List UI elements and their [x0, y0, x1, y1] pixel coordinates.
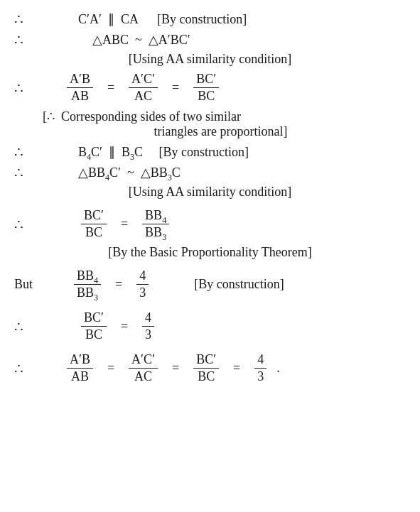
math-5: A′B AB = A′C′ AC = BC′ BC = 4 3 . — [64, 351, 280, 386]
eq-6: = — [107, 361, 114, 376]
eq-8: = — [233, 361, 240, 376]
eq-1: = — [107, 80, 114, 95]
final-row: ∴ A′B AB = A′C′ AC = BC′ BC = 4 3 . — [14, 351, 406, 386]
frac-ac-prime-num: A′C′ — [129, 72, 158, 88]
fraction-row-1: ∴ A′B AB = A′C′ AC = BC′ BC — [14, 70, 406, 105]
corresponding-sides-text: [∴ Corresponding sides of two similar — [43, 109, 241, 124]
frac-final-ab-den: AB — [68, 369, 92, 384]
aa-text-1: [Using AA similarity condition] — [129, 52, 292, 66]
frac-final-ab-num: A′B — [67, 352, 93, 369]
therefore-8: ∴ — [14, 360, 36, 377]
eq-7: = — [172, 361, 179, 376]
frac-ac-prime: A′C′ AC — [129, 72, 158, 104]
frac-4-3-b-num: 4 — [142, 310, 154, 327]
frac-bb4-den: BB3 — [142, 224, 169, 240]
therefore-4: ∴ — [14, 143, 36, 160]
by-construction-1: [By construction] — [194, 277, 284, 292]
therefore-3: ∴ — [14, 80, 36, 97]
eq-2: = — [172, 80, 179, 95]
frac-ab-prime-num: A′B — [67, 72, 93, 88]
frac-bc2-den: BC — [82, 224, 105, 240]
frac-bc2-num: BC′ — [81, 208, 107, 224]
frac-bc-prime: BC′ BC — [193, 72, 219, 104]
eq-5: = — [121, 319, 128, 334]
fraction-row-2: ∴ BC′ BC = BB4 BB3 — [14, 207, 406, 241]
frac-final-4-3-num: 4 — [254, 352, 266, 369]
frac-final-ac-den: AC — [131, 369, 155, 384]
aa-text-2: [Using AA similarity condition] — [129, 185, 292, 199]
line-4: ∴ △BB4C′ ~ △BB3C — [14, 164, 406, 181]
eq-3: = — [121, 217, 128, 232]
therefore-7: ∴ — [14, 318, 36, 335]
line-2: ∴ △ABC ~ △A′BC′ — [14, 31, 406, 48]
line-1-text: C′A′ ∥ CA [By construction] — [78, 11, 247, 27]
therefore-2: ∴ — [14, 31, 36, 48]
frac-final-bc: BC′ BC — [193, 352, 219, 384]
bpt-note: [By the Basic Proportionality Theorem] — [14, 245, 406, 260]
frac-4-3-b-den: 3 — [142, 327, 154, 342]
aa-condition-2: [Using AA similarity condition] — [14, 185, 406, 200]
therefore-6: ∴ — [14, 216, 36, 233]
frac-final-bc-den: BC — [195, 369, 217, 384]
frac-bc3-den: BC — [82, 327, 105, 342]
line-3-text: B4C′ ∥ B3C [By construction] — [78, 144, 249, 160]
therefore-5: ∴ — [14, 164, 36, 181]
frac-bb4-2-den: BB3 — [74, 285, 101, 300]
frac-ab-prime: A′B AB — [67, 72, 93, 104]
fraction-row-3: ∴ BC′ BC = 4 3 — [14, 309, 406, 344]
but-label: But — [14, 277, 50, 292]
aa-condition-1: [Using AA similarity condition] — [14, 52, 406, 67]
frac-4-3-num: 4 — [136, 268, 149, 285]
math-2: BC′ BC = BB4 BB3 — [78, 207, 172, 241]
frac-bc3-num: BC′ — [81, 310, 107, 327]
frac-ac-prime-den: AC — [131, 88, 155, 104]
frac-final-bc-num: BC′ — [193, 352, 219, 369]
frac-ab-prime-den: AB — [68, 88, 92, 104]
frac-4-3-den: 3 — [136, 285, 149, 300]
therefore-1: ∴ — [14, 11, 36, 28]
line-4-text: △BB4C′ ~ △BB3C — [78, 165, 181, 180]
frac-bb4: BB4 BB3 — [142, 208, 169, 240]
frac-4-3: 4 3 — [136, 268, 149, 300]
frac-final-4-3-den: 3 — [254, 369, 266, 384]
line-2-text: △ABC ~ △A′BC′ — [92, 32, 190, 48]
frac-bc-prime-num: BC′ — [193, 72, 219, 88]
frac-final-ac: A′C′ AC — [129, 352, 158, 384]
frac-bb4-num: BB4 — [142, 208, 169, 224]
frac-final-4-3: 4 3 — [254, 352, 266, 384]
eq-4: = — [115, 277, 122, 292]
frac-bc3: BC′ BC — [81, 310, 107, 342]
final-period: . — [276, 361, 280, 376]
line-3: ∴ B4C′ ∥ B3C [By construction] — [14, 143, 406, 160]
bpt-text: [By the Basic Proportionality Theorem] — [108, 245, 312, 259]
math-4: BC′ BC = 4 3 — [78, 309, 157, 344]
frac-bc2: BC′ BC — [81, 208, 107, 240]
but-row: But BB4 BB3 = 4 3 [By construction] — [14, 267, 406, 302]
frac-4-3-b: 4 3 — [142, 310, 154, 342]
math-3: BB4 BB3 = 4 3 [By construction] — [71, 267, 284, 302]
proof-content: ∴ C′A′ ∥ CA [By construction] ∴ △ABC ~ △… — [14, 11, 406, 386]
line-1: ∴ C′A′ ∥ CA [By construction] — [14, 11, 406, 28]
proportional-text: triangles are proportional] — [43, 124, 399, 139]
frac-bb4-2-num: BB4 — [74, 268, 101, 285]
corresponding-sides-note: [∴ Corresponding sides of two similar tr… — [43, 109, 406, 139]
frac-final-ab: A′B AB — [67, 352, 93, 384]
math-1: A′B AB = A′C′ AC = BC′ BC — [64, 70, 222, 105]
frac-bb4-2: BB4 BB3 — [74, 268, 101, 300]
frac-final-ac-num: A′C′ — [129, 352, 158, 369]
frac-bc-prime-den: BC — [195, 88, 217, 104]
